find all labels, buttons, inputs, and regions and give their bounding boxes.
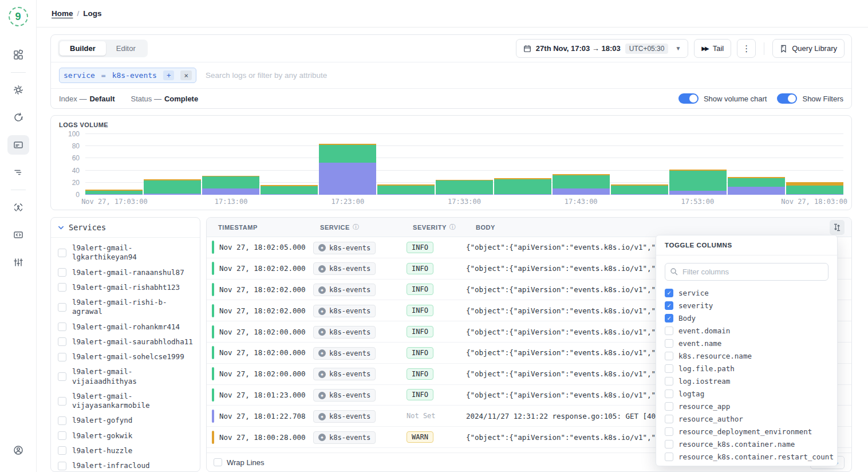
more-options-button[interactable]: ⋮: [737, 39, 756, 58]
sidebar-item-logs[interactable]: [7, 135, 29, 155]
toggle-column-checkbox[interactable]: ✓: [665, 289, 673, 297]
breadcrumb-home-link[interactable]: Home: [52, 9, 73, 18]
toggle-column-checkbox[interactable]: [665, 352, 673, 360]
tab-editor[interactable]: Editor: [106, 41, 146, 56]
service-checkbox[interactable]: [58, 446, 66, 455]
volume-bar[interactable]: [261, 134, 318, 195]
service-list-item[interactable]: l9alert-gmail-rishi-b-agrawal: [57, 295, 194, 320]
toggle-column-item[interactable]: resource_deployment_environment: [665, 425, 828, 438]
column-header-body[interactable]: BODY: [464, 224, 826, 231]
wrap-lines-control[interactable]: Wrap Lines: [214, 458, 265, 467]
volume-bar[interactable]: [669, 134, 727, 195]
volume-bar[interactable]: [202, 134, 259, 195]
service-checkbox[interactable]: [58, 462, 66, 470]
volume-bar[interactable]: [144, 134, 201, 195]
service-list-item[interactable]: l9alert-gmail-vijaiaadhithyas: [57, 364, 194, 389]
toggle-column-checkbox[interactable]: [665, 427, 673, 436]
toggle-column-item[interactable]: ✓severity: [665, 299, 828, 312]
toggle-column-item[interactable]: event.domain: [665, 324, 828, 337]
service-chip[interactable]: ◈k8s-events: [313, 262, 376, 275]
service-list-item[interactable]: l9alert-gmail-saurabhlodha11: [57, 335, 194, 349]
service-checkbox[interactable]: [58, 337, 66, 346]
service-checkbox[interactable]: [58, 416, 66, 425]
info-icon[interactable]: ⓘ: [449, 223, 456, 231]
column-header-timestamp[interactable]: TIMESTAMP: [207, 224, 309, 231]
tab-builder[interactable]: Builder: [60, 41, 106, 56]
sidebar-item-preferences[interactable]: [7, 253, 29, 272]
toggle-column-checkbox[interactable]: ✓: [665, 314, 673, 322]
toggle-column-checkbox[interactable]: [665, 453, 673, 461]
service-checkbox[interactable]: [58, 283, 66, 292]
service-checkbox[interactable]: [58, 322, 66, 331]
volume-bar[interactable]: [611, 134, 668, 195]
service-list-item[interactable]: l9alert-gmail-sohelcse1999: [57, 349, 194, 364]
toggle-column-checkbox[interactable]: [665, 339, 673, 348]
toggle-column-checkbox[interactable]: [665, 440, 673, 449]
filter-columns-input[interactable]: [665, 263, 828, 281]
volume-bar[interactable]: [786, 134, 843, 195]
toggle-column-item[interactable]: resource_k8s.container.name: [665, 438, 828, 450]
service-chip[interactable]: ◈k8s-events: [313, 431, 376, 444]
services-header[interactable]: Services: [51, 218, 200, 238]
toggle-column-item[interactable]: logtag: [665, 387, 828, 400]
query-library-button[interactable]: Query Library: [772, 39, 845, 58]
volume-bar[interactable]: [377, 134, 435, 195]
service-chip[interactable]: ◈k8s-events: [313, 284, 376, 296]
volume-bar[interactable]: [728, 134, 785, 195]
sidebar-item-monitors[interactable]: [7, 198, 29, 217]
service-checkbox[interactable]: [58, 249, 66, 257]
service-chip[interactable]: ◈k8s-events: [313, 389, 376, 402]
info-icon[interactable]: ⓘ: [353, 223, 360, 231]
service-checkbox[interactable]: [58, 372, 66, 381]
toggle-column-item[interactable]: ✓Body: [665, 312, 828, 324]
sidebar-item-settings[interactable]: [7, 80, 29, 100]
service-list-item[interactable]: l9alert-gmail-vijayasankarmobile: [57, 389, 194, 414]
service-chip[interactable]: ◈k8s-events: [313, 326, 376, 339]
toggle-column-checkbox[interactable]: [665, 327, 673, 335]
volume-bar[interactable]: [553, 134, 610, 195]
volume-bar[interactable]: [85, 134, 143, 195]
sidebar-item-dashboards[interactable]: [7, 45, 29, 65]
service-checkbox[interactable]: [58, 303, 66, 312]
service-list-item[interactable]: l9alert-gmail-lgkarthikeyan94: [57, 241, 194, 265]
service-list-item[interactable]: l9alert-gokwik: [57, 428, 194, 443]
sidebar-item-integrations[interactable]: [7, 225, 29, 245]
service-list-item[interactable]: l9alert-gmail-rohankmr414: [57, 320, 194, 335]
service-list-item[interactable]: l9alert-gmail-rishabht123: [57, 280, 194, 295]
tail-button[interactable]: ▶▶ Tail: [694, 39, 731, 58]
show-filters-toggle[interactable]: [777, 93, 797, 104]
toggle-column-item[interactable]: ✓service: [665, 286, 828, 299]
sidebar-item-alerts[interactable]: [7, 108, 29, 127]
column-header-severity[interactable]: SEVERITYⓘ: [401, 223, 464, 231]
toggle-column-item[interactable]: log.iostream: [665, 375, 828, 387]
service-chip[interactable]: ◈k8s-events: [313, 368, 376, 380]
toggle-column-item[interactable]: event.name: [665, 337, 828, 349]
service-list-item[interactable]: l9alert-gofynd: [57, 413, 194, 428]
column-header-service[interactable]: SERVICEⓘ: [309, 223, 401, 231]
volume-bar[interactable]: [319, 134, 376, 195]
column-settings-button[interactable]: [830, 220, 845, 235]
filter-chip-add-button[interactable]: +: [163, 70, 175, 80]
volume-bar[interactable]: [436, 134, 493, 195]
service-chip[interactable]: ◈k8s-events: [313, 242, 376, 254]
wrap-lines-checkbox[interactable]: [214, 458, 222, 466]
service-list-item[interactable]: l9alert-gmail-ranaanshul87: [57, 265, 194, 280]
sidebar-item-account[interactable]: [7, 440, 29, 460]
brand-logo[interactable]: 9: [9, 7, 28, 26]
toggle-column-item[interactable]: resource_k8s.container.restart_count: [665, 450, 828, 463]
filter-chip-close-icon[interactable]: ×: [180, 70, 192, 80]
toggle-column-checkbox[interactable]: [665, 390, 673, 398]
service-chip[interactable]: ◈k8s-events: [313, 305, 376, 317]
service-checkbox[interactable]: [58, 353, 66, 361]
toggle-column-item[interactable]: k8s.resource.name: [665, 349, 828, 362]
show-volume-chart-toggle[interactable]: [678, 93, 699, 104]
service-chip[interactable]: ◈k8s-events: [313, 410, 376, 423]
toggle-column-item[interactable]: log.file.path: [665, 362, 828, 375]
sidebar-item-traces[interactable]: [7, 163, 29, 182]
service-checkbox[interactable]: [58, 431, 66, 440]
toggle-column-item[interactable]: resource_author: [665, 412, 828, 425]
toggle-column-checkbox[interactable]: [665, 402, 673, 411]
date-range-button[interactable]: 27th Nov, 17:03 → 18:03 UTC+05:30 ▼: [516, 39, 689, 58]
service-list-item[interactable]: l9alert-huzzle: [57, 443, 194, 458]
toggle-column-checkbox[interactable]: [665, 377, 673, 386]
